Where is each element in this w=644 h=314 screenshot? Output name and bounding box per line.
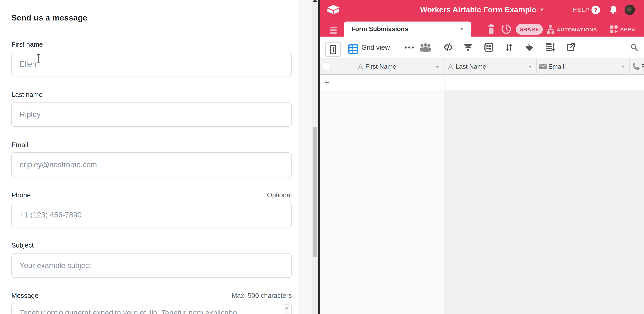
form-scrollbar-thumb[interactable] (312, 127, 318, 257)
last-name-label: Last name (12, 91, 42, 98)
history-icon[interactable] (501, 24, 511, 35)
last-name-input[interactable] (12, 102, 292, 127)
apps-icon (610, 25, 618, 34)
page-gutter (298, 0, 312, 314)
email-label: Email (12, 141, 28, 149)
contact-form-window: Send us a message First name Last name E… (0, 0, 318, 314)
phone-field[interactable] (12, 203, 292, 227)
form-scrollbar-track[interactable] (312, 0, 318, 314)
message-scrollbar[interactable] (284, 304, 290, 314)
grid-empty-area-left (320, 90, 444, 314)
form-title: Send us a message (12, 13, 87, 22)
airtable-logo-icon[interactable] (327, 5, 340, 15)
scrollbar-up-arrow-icon[interactable] (313, 0, 317, 2)
phone-field-type-icon (632, 63, 640, 71)
column-header-phone[interactable]: Phone (641, 59, 644, 75)
message-textarea[interactable]: Tenetur optio quaerat expedita vero et i… (12, 303, 292, 314)
share-view-icon[interactable] (566, 37, 576, 58)
toolbar-divider (436, 43, 436, 54)
notifications-bell-icon[interactable] (610, 6, 617, 15)
table-tab-label: Form Submissions (351, 26, 460, 33)
help-question-icon[interactable]: ? (592, 6, 600, 14)
first-name-input[interactable] (12, 52, 292, 76)
user-avatar[interactable] (624, 5, 635, 15)
base-title: Workers Airtable Form Example (420, 5, 536, 14)
scroll-up-arrow-icon[interactable] (285, 307, 288, 309)
subject-label: Subject (12, 241, 34, 249)
grid-header-row: A First Name A Last Name Email Phone (320, 58, 644, 75)
collaborators-icon[interactable] (420, 43, 431, 53)
message-label: Message (12, 292, 38, 299)
automations-label: AUTOMATIONS (557, 27, 597, 33)
sort-icon[interactable] (504, 37, 514, 58)
airtable-window: Workers Airtable Form Example HELP ? For… (320, 0, 644, 314)
view-sidebar-toggle-button[interactable] (325, 42, 341, 57)
help-button[interactable]: HELP (573, 0, 590, 20)
phone-optional-note: Optional (267, 191, 292, 199)
apps-label: APPS (620, 27, 635, 32)
message-maxchars-note: Max. 500 characters (232, 292, 292, 299)
column-separator[interactable] (444, 58, 445, 314)
tab-form-submissions[interactable]: Form Submissions (344, 22, 471, 37)
text-field-type-icon: A (448, 59, 453, 75)
view-options-ellipsis-icon[interactable] (404, 47, 414, 49)
subject-input[interactable] (12, 253, 292, 278)
column-header-last-name[interactable]: Last Name (456, 59, 486, 75)
apps-button[interactable]: APPS (610, 25, 635, 34)
trash-icon[interactable] (488, 24, 495, 35)
column-separator[interactable] (629, 59, 630, 75)
search-icon[interactable] (629, 37, 639, 58)
automations-icon (547, 25, 554, 35)
base-title-menu[interactable]: Workers Airtable Form Example (420, 0, 544, 20)
row-height-icon[interactable] (545, 37, 555, 58)
column-separator[interactable] (536, 59, 537, 75)
column-menu-caret-icon[interactable] (436, 66, 439, 68)
group-icon[interactable] (484, 37, 494, 58)
tab-chevron-down-icon (460, 28, 464, 30)
window-divider (318, 0, 320, 314)
select-all-checkbox[interactable] (323, 63, 331, 70)
email-field-type-icon (540, 64, 546, 70)
text-field-type-icon: A (358, 59, 363, 75)
add-row-plus-icon[interactable]: + (324, 75, 330, 90)
view-toolbar: Grid view (320, 37, 644, 58)
column-header-first-name[interactable]: First Name (365, 59, 396, 75)
view-name-button[interactable]: Grid view (362, 37, 390, 58)
grid-view-icon (348, 44, 358, 55)
automations-button[interactable]: AUTOMATIONS (547, 25, 597, 35)
email-field[interactable] (12, 152, 292, 177)
color-fill-icon[interactable] (524, 37, 534, 58)
column-menu-caret-icon[interactable] (621, 66, 625, 68)
filter-icon[interactable] (463, 37, 473, 58)
sidebar-panel-icon (330, 45, 336, 54)
grid-empty-area-right (444, 90, 644, 314)
first-name-label: First name (12, 41, 43, 48)
hide-fields-icon[interactable] (443, 37, 453, 58)
chevron-down-icon (540, 9, 544, 11)
add-row[interactable]: + (320, 75, 644, 90)
sidebar-menu-icon[interactable] (330, 27, 337, 35)
column-header-email[interactable]: Email (548, 59, 564, 75)
column-menu-caret-icon[interactable] (528, 66, 532, 68)
phone-label: Phone (12, 191, 31, 199)
share-button[interactable]: SHARE (516, 24, 543, 35)
